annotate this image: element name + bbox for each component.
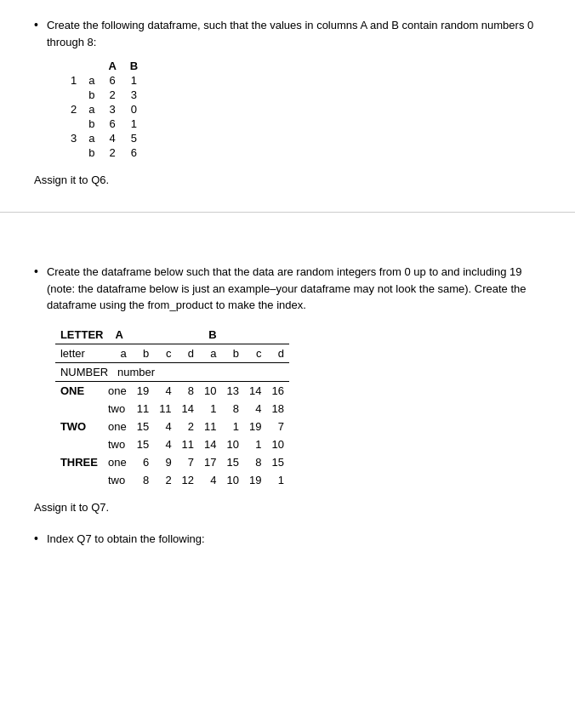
val: 14 [177,400,199,418]
table1-wrap: A B 1 a 6 1 b [64,59,541,160]
val: 4 [154,381,176,400]
val: 11 [199,418,221,435]
val: 8 [222,400,244,418]
bullet-dot-3: • [34,532,38,545]
row-label [64,117,82,131]
cell-b: 1 [123,117,145,131]
sub-number-label: letter [55,344,103,362]
table2-number-row: NUMBER number [55,362,289,381]
val: 11 [154,400,176,418]
val: 10 [266,435,288,453]
table2: LETTER A B letter a b [55,326,289,489]
table-row: TWO one 15 4 2 11 1 19 7 [55,418,289,435]
table2-wrap: LETTER A B letter a b [55,326,541,489]
sub-label: a [82,102,101,117]
val: 18 [266,400,288,418]
val: 8 [177,381,199,400]
table-row: 1 a 6 1 [64,73,145,88]
sub-col-a2: a [199,344,221,362]
table1-col-a: A [101,59,122,73]
bullet-text-2: Create the dataframe below such that the… [47,264,541,314]
bullet-item-1: • Create the following dataframe, such t… [34,17,541,160]
cell-b: 3 [123,88,145,102]
val: 1 [244,435,266,453]
val: 2 [154,471,176,489]
number-label-row: NUMBER number [55,362,289,381]
val: 19 [244,471,266,489]
val: 6 [132,453,154,471]
col-empty3 [177,326,199,344]
table2-subheader-row: letter a b c d a b c d [55,344,289,362]
val: 19 [244,418,266,435]
section-3: • Index Q7 to obtain the following: [0,531,575,575]
bullet-item-3: • Index Q7 to obtain the following: [34,531,541,548]
group-label [55,435,103,453]
val: 1 [199,400,221,418]
val: 4 [154,435,176,453]
sub-label: b [82,117,101,131]
val: 13 [222,381,244,400]
section-1: • Create the following dataframe, such t… [0,0,575,212]
row-label: 2 [64,102,82,117]
col-empty6 [266,326,288,344]
sub-col-b: b [132,344,154,362]
table-row: two 15 4 11 14 10 1 10 [55,435,289,453]
cell-a: 3 [101,102,122,117]
sub-label: b [82,145,101,160]
val: 11 [177,435,199,453]
cell-b: 1 [123,73,145,88]
bullet-dot-2: • [34,264,38,278]
val: 1 [266,471,288,489]
table-row: THREE one 6 9 7 17 15 8 15 [55,453,289,471]
group-label [55,400,103,418]
bullet-text-3: Index Q7 to obtain the following: [47,531,205,548]
val: 14 [244,381,266,400]
val: 2 [177,418,199,435]
table-row: ONE one 19 4 8 10 13 14 16 [55,381,289,400]
val: 15 [266,453,288,471]
col-number-label: LETTER A [55,326,132,344]
val: 1 [222,418,244,435]
group-label: THREE [55,453,103,471]
cell-a: 6 [101,117,122,131]
val: 4 [154,418,176,435]
val: 9 [154,453,176,471]
sub-label-cell: one [103,418,132,435]
assign-text-q6: Assign it to Q6. [34,173,541,186]
row-label: 3 [64,131,82,145]
sub-label-cell: one [103,453,132,471]
group-label: ONE [55,381,103,400]
val: 4 [199,471,221,489]
sub-label: b [82,88,101,102]
val: 15 [132,435,154,453]
table-row: b 2 6 [64,145,145,160]
val: 15 [222,453,244,471]
sub-label-cell: two [103,435,132,453]
sub-col-c2: c [244,344,266,362]
row-label [64,88,82,102]
table-row: 3 a 4 5 [64,131,145,145]
group-label: TWO [55,418,103,435]
cell-b: 0 [123,102,145,117]
val: 16 [266,381,288,400]
val: 14 [199,435,221,453]
cell-b: 6 [123,145,145,160]
val: 10 [199,381,221,400]
col-empty5 [244,326,266,344]
bullet-text-1: Create the following dataframe, such tha… [47,17,541,50]
val: 17 [199,453,221,471]
cell-a: 2 [101,145,122,160]
col-b-label: B [199,326,221,344]
sub-col-d2: d [266,344,288,362]
sub-label-cell: two [103,471,132,489]
col-empty4 [222,326,244,344]
sub-col-b2: b [222,344,244,362]
row-label: 1 [64,73,82,88]
table-row: 2 a 3 0 [64,102,145,117]
cell-a: 2 [101,88,122,102]
val: 15 [132,418,154,435]
table1: A B 1 a 6 1 b [64,59,145,160]
sub-label: a [82,131,101,145]
val: 11 [132,400,154,418]
section-2: • Create the dataframe below such that t… [0,238,575,531]
